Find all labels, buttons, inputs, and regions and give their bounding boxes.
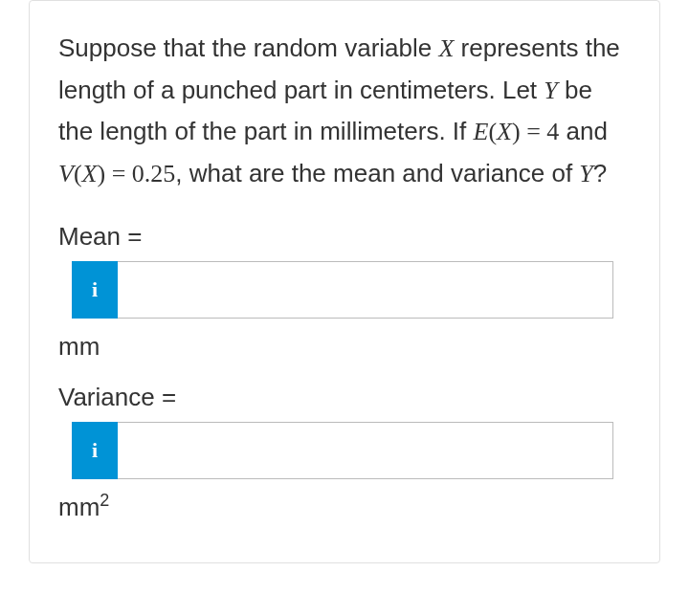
expected-value: = 4	[521, 118, 560, 145]
variance-unit: mm2	[58, 493, 631, 522]
variable-y: Y	[544, 77, 557, 104]
variance-input[interactable]	[118, 422, 613, 479]
variance-input-row: i	[72, 422, 631, 479]
mean-field-group: Mean = i mm	[58, 222, 631, 362]
text-part: ?	[593, 159, 607, 187]
question-text: Suppose that the random variable X repre…	[58, 28, 631, 195]
variance-label: Variance =	[58, 383, 631, 412]
variable-y2: Y	[579, 160, 592, 187]
unit-exponent: 2	[100, 491, 109, 510]
expected-var: X	[497, 118, 512, 145]
variance-value: = 0.25	[105, 160, 175, 187]
info-icon[interactable]: i	[72, 422, 118, 479]
mean-label: Mean =	[58, 222, 631, 252]
question-container: Suppose that the random variable X repre…	[29, 0, 660, 563]
mean-input-row: i	[72, 261, 631, 319]
mean-unit: mm	[58, 332, 631, 362]
variable-x: X	[438, 34, 454, 62]
info-icon[interactable]: i	[72, 261, 118, 319]
expected-func: E	[474, 118, 489, 145]
paren-close: )	[97, 160, 105, 187]
paren-close: )	[512, 118, 521, 145]
paren-open: (	[74, 160, 82, 187]
text-part: and	[559, 117, 608, 145]
mean-input[interactable]	[118, 261, 613, 319]
text-part: Suppose that the random variable	[58, 33, 438, 62]
variance-var: X	[82, 160, 98, 187]
variance-func: V	[58, 160, 74, 187]
paren-open: (	[488, 118, 497, 145]
variance-field-group: Variance = i mm2	[58, 383, 631, 522]
text-part: , what are the mean and variance of	[175, 159, 579, 187]
unit-base: mm	[58, 493, 100, 521]
